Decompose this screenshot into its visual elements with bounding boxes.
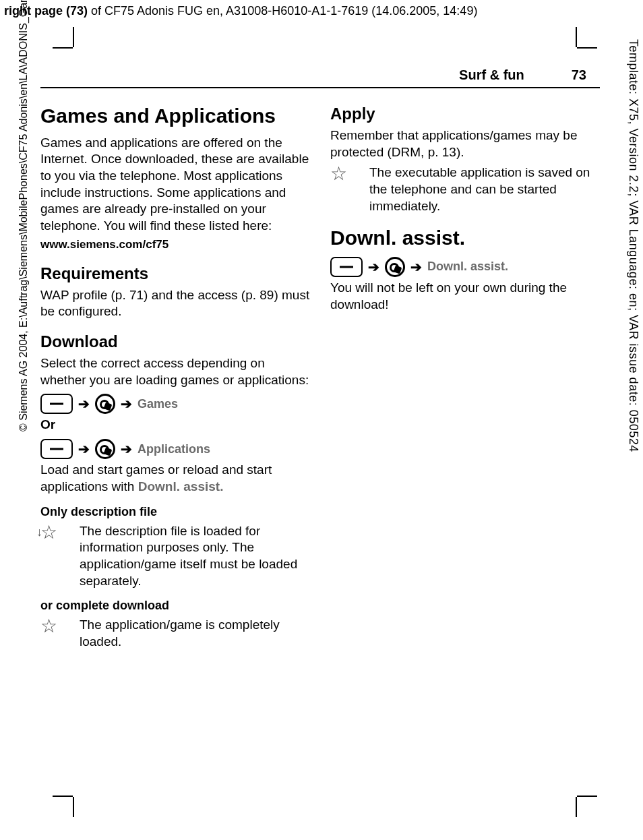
heading-only-description: Only description file (40, 505, 310, 519)
column-left: Games and Applications Games and applica… (40, 100, 310, 655)
heading-apply: Apply (330, 104, 600, 123)
nav-label-downl-assist: Downl. assist. (427, 260, 508, 274)
surf-fun-icon (95, 394, 115, 414)
navpath-applications: ➔ ➔ Applications (40, 439, 310, 459)
menu-key-icon (40, 394, 73, 414)
heading-download: Download (40, 332, 310, 351)
row-apply-executable: ☆ The executable application is saved on… (330, 164, 600, 214)
apply-paragraph: Remember that applications/games may be … (330, 127, 600, 160)
doc-meta-left: © Siemens AG 2004, E:\Auftrag\Siemens\Mo… (18, 0, 30, 431)
intro-paragraph: Games and applications are offered on th… (40, 135, 310, 235)
crop-mark (577, 47, 597, 49)
link-siemens-cf75[interactable]: www.siemens.com/cf75 (40, 237, 310, 252)
arrow-icon: ➔ (410, 259, 422, 275)
arrow-icon: ➔ (121, 441, 132, 457)
arrow-icon: ➔ (121, 396, 132, 412)
column-right: Apply Remember that applications/games m… (330, 100, 600, 655)
header-section: Surf & fun (459, 67, 524, 83)
arrow-icon: ➔ (78, 396, 90, 412)
requirements-paragraph: WAP profile (p. 71) and the access (p. 8… (40, 287, 310, 320)
heading-requirements: Requirements (40, 264, 310, 283)
star-icon: ☆ (330, 164, 357, 183)
crop-mark (576, 27, 577, 47)
nav-label-applications: Applications (137, 442, 210, 456)
row-complete-download: ☆ The application/game is completely loa… (40, 617, 310, 650)
crop-mark (53, 47, 73, 49)
menu-key-icon (330, 257, 363, 277)
crop-mark (576, 797, 577, 817)
heading-games-applications: Games and Applications (40, 104, 310, 128)
downl-assist-paragraph: You will not be left on your own during … (330, 280, 600, 313)
surf-fun-icon (385, 257, 405, 277)
arrow-icon: ➔ (78, 441, 90, 457)
page-content: Surf & fun 73 Games and Applications Gam… (40, 67, 600, 655)
apply-executable-text: The executable application is saved on t… (369, 164, 600, 214)
doc-meta-bold: right page (73) (4, 4, 88, 18)
crop-mark (73, 27, 74, 47)
row-only-description: ↓☆ The description file is loaded for in… (40, 523, 310, 590)
header-page-number: 73 (572, 67, 586, 83)
doc-meta-top: right page (73) of CF75 Adonis FUG en, A… (4, 4, 477, 18)
doc-meta-rest: of CF75 Adonis FUG en, A31008-H6010-A1-1… (88, 4, 477, 18)
crop-mark (53, 796, 73, 797)
page-header: Surf & fun 73 (40, 67, 600, 88)
nav-label-games: Games (137, 397, 178, 411)
heading-downl-assist: Downl. assist. (330, 227, 600, 250)
or-label: Or (40, 417, 310, 433)
navpath-games: ➔ ➔ Games (40, 394, 310, 414)
download-star-icon: ↓☆ (40, 523, 67, 542)
load-start-paragraph: Load and start games or reload and start… (40, 462, 310, 495)
doc-meta-right: Template: X75, Version 2.2; VAR Language… (626, 39, 640, 452)
crop-mark (577, 796, 597, 797)
star-icon: ☆ (40, 617, 67, 636)
downl-assist-inline: Downl. assist. (138, 479, 224, 493)
complete-download-text: The application/game is completely loade… (80, 617, 310, 650)
crop-mark (73, 797, 74, 817)
arrow-icon: ➔ (368, 259, 379, 275)
heading-complete-download: or complete download (40, 599, 310, 613)
menu-key-icon (40, 439, 73, 459)
navpath-downl-assist: ➔ ➔ Downl. assist. (330, 257, 600, 277)
only-description-text: The description file is loaded for infor… (80, 523, 310, 590)
download-paragraph: Select the correct access depending on w… (40, 355, 310, 388)
surf-fun-icon (95, 439, 115, 459)
